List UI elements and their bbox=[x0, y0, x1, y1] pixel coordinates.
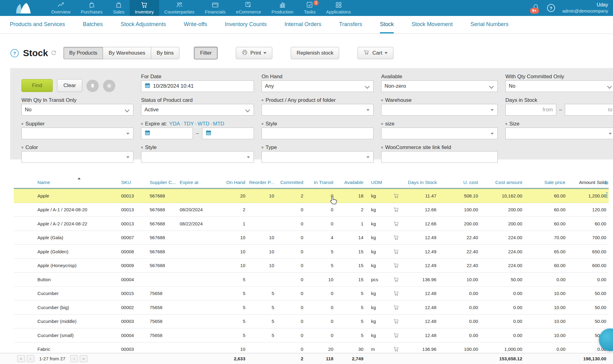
subnav-item-products-and-services[interactable]: Products and Services bbox=[10, 16, 65, 33]
column-header-uom[interactable]: UOM bbox=[365, 180, 385, 185]
column-header-saleprice[interactable]: Sale price bbox=[524, 180, 567, 185]
column-header-expire[interactable]: Expire at bbox=[172, 180, 212, 185]
prev-page-button[interactable]: ‹ bbox=[27, 355, 34, 362]
size-lower-combo[interactable] bbox=[381, 128, 498, 139]
color-combo[interactable] bbox=[21, 151, 133, 163]
column-header-reorder[interactable]: Reorder P... bbox=[247, 180, 276, 185]
table-row[interactable]: Apple0001356768820102018kg11.47508.1010,… bbox=[14, 189, 609, 203]
clear-button[interactable]: Clear bbox=[57, 79, 82, 92]
nav-item-purchases[interactable]: Purchases bbox=[76, 0, 108, 16]
row-cart-icon[interactable] bbox=[385, 206, 408, 213]
row-cart-icon[interactable] bbox=[385, 346, 408, 352]
row-cart-icon[interactable] bbox=[385, 276, 408, 283]
column-header-available[interactable]: Available bbox=[336, 180, 365, 185]
qty-transit-select[interactable]: No bbox=[21, 104, 133, 116]
woocommerce-input[interactable] bbox=[381, 151, 498, 163]
type-combo[interactable] bbox=[262, 151, 374, 163]
expire-link-tdy[interactable]: TDY bbox=[183, 121, 194, 127]
supplier-combo[interactable] bbox=[21, 128, 133, 139]
replenish-stock-button[interactable]: Replenish stock bbox=[291, 47, 339, 59]
nav-item-applications[interactable]: Applications bbox=[321, 0, 356, 16]
row-cart-icon[interactable] bbox=[385, 304, 408, 311]
expire-to-input[interactable] bbox=[202, 128, 254, 139]
column-header-days[interactable]: Days in Stock bbox=[408, 180, 439, 185]
days-from-input[interactable] bbox=[509, 104, 553, 115]
table-row[interactable]: Apple (Golden)0000856768810100515kg12.49… bbox=[14, 245, 609, 259]
cart-button[interactable]: Cart bbox=[358, 47, 393, 59]
column-header-amountsold[interactable]: Amount Sold bbox=[567, 180, 609, 185]
help-button[interactable]: ? bbox=[547, 4, 555, 12]
days-to-input[interactable] bbox=[568, 104, 612, 115]
table-row[interactable]: Apple (Honeycrisp)0000956768810100515kg1… bbox=[14, 259, 609, 273]
user-menu[interactable]: Uday admin@democompany bbox=[562, 2, 608, 14]
expire-link-wtd[interactable]: WTD bbox=[197, 121, 209, 127]
subnav-item-stock-movement[interactable]: Stock Movement bbox=[412, 16, 453, 33]
warehouse-combo[interactable] bbox=[381, 104, 498, 116]
expire-link-yda[interactable]: YDA bbox=[169, 121, 180, 127]
expire-link-mtd[interactable]: MTD bbox=[213, 121, 224, 127]
first-page-button[interactable]: « bbox=[17, 355, 25, 362]
column-header-costamt[interactable]: Cost amount bbox=[481, 180, 524, 185]
view-button-by-warehouses[interactable]: By Warehouses bbox=[103, 47, 151, 59]
row-cart-icon[interactable] bbox=[385, 234, 408, 241]
table-row[interactable]: Apple (Gala)0000756768810100414kg12.4922… bbox=[14, 231, 609, 245]
available-select[interactable]: Non-zero bbox=[381, 80, 498, 92]
size-upper-combo[interactable] bbox=[505, 128, 613, 139]
product-combo[interactable] bbox=[262, 104, 374, 116]
row-menu-icon[interactable] bbox=[606, 192, 607, 198]
row-cart-icon[interactable] bbox=[385, 318, 408, 324]
column-header-sku[interactable]: SKU bbox=[113, 180, 140, 185]
nav-item-tasks[interactable]: 3Tasks bbox=[299, 0, 321, 16]
table-row[interactable]: Cucumber000157565855005kg12.480.000.0010… bbox=[14, 287, 609, 301]
subnav-item-serial-numbers[interactable]: Serial Numbers bbox=[470, 16, 508, 33]
table-row[interactable]: Cucumber (small)000047565855005kg12.480.… bbox=[14, 328, 609, 343]
row-cart-icon[interactable] bbox=[385, 248, 408, 255]
for-date-input[interactable] bbox=[141, 80, 254, 92]
subnav-item-batches[interactable]: Batches bbox=[83, 16, 103, 33]
column-header-ucost[interactable]: U. cost bbox=[439, 180, 481, 185]
column-settings-gear-icon[interactable] bbox=[604, 180, 609, 187]
on-hand-select[interactable]: Any bbox=[262, 80, 374, 92]
view-button-by-products[interactable]: By Products bbox=[63, 47, 103, 59]
row-cart-icon[interactable] bbox=[385, 262, 408, 269]
row-cart-icon[interactable] bbox=[385, 290, 408, 297]
status-select[interactable]: Active bbox=[141, 104, 254, 116]
table-row[interactable]: Button00004501015pcs136.9610.0050.000.00… bbox=[14, 273, 609, 287]
nav-item-ecommerce[interactable]: eCommerce bbox=[231, 0, 266, 16]
style-input[interactable] bbox=[262, 128, 374, 139]
expire-to-value[interactable] bbox=[214, 128, 251, 139]
table-row[interactable]: Apple / A-2 / 2024-08-220001356768808/22… bbox=[14, 217, 609, 231]
table-row[interactable]: Cucumber (big)000027565855005kg12.480.00… bbox=[14, 301, 609, 315]
subnav-item-transfers[interactable]: Transfers bbox=[339, 16, 362, 33]
nav-item-counterparties[interactable]: Counterparties bbox=[159, 0, 200, 16]
for-date-value[interactable] bbox=[153, 81, 251, 92]
bookmark-icon[interactable] bbox=[86, 80, 99, 92]
find-button[interactable]: Find bbox=[21, 79, 53, 92]
row-cart-icon[interactable] bbox=[385, 220, 408, 227]
nav-item-sales[interactable]: Sales bbox=[108, 0, 130, 16]
row-cart-icon[interactable] bbox=[385, 332, 408, 339]
expire-from-value[interactable] bbox=[153, 128, 190, 139]
subnav-item-inventory-counts[interactable]: Inventory Counts bbox=[225, 16, 267, 33]
notifications-button[interactable]: 9+ bbox=[532, 3, 540, 13]
filter-settings-gear-icon[interactable] bbox=[103, 80, 115, 92]
column-header-committed[interactable]: Committed bbox=[276, 180, 305, 185]
table-row[interactable]: Cucumber (middle)000037565855005kg12.480… bbox=[14, 315, 609, 329]
next-page-button[interactable]: › bbox=[70, 355, 78, 362]
print-button[interactable]: Print bbox=[236, 47, 272, 59]
last-page-button[interactable]: » bbox=[80, 355, 87, 362]
nav-item-production[interactable]: Production bbox=[266, 0, 299, 16]
column-header-name[interactable]: Name bbox=[14, 180, 113, 185]
table-row[interactable]: Apple / A-1 / 2024-08-200001356768808/20… bbox=[14, 203, 609, 217]
view-button-by-bins[interactable]: By bins bbox=[151, 47, 180, 59]
qty-committed-select[interactable]: No bbox=[505, 80, 613, 92]
sort-asc-icon[interactable] bbox=[78, 178, 81, 179]
nav-item-inventory[interactable]: Inventory bbox=[130, 0, 159, 16]
row-cart-icon[interactable] bbox=[385, 193, 408, 199]
app-logo[interactable] bbox=[0, 0, 46, 16]
column-header-intransit[interactable]: In Transit bbox=[305, 180, 336, 185]
page-help-icon[interactable]: ? bbox=[10, 49, 19, 57]
subnav-item-internal-orders[interactable]: Internal Orders bbox=[285, 16, 321, 33]
column-header-onhand[interactable]: On Hand bbox=[212, 180, 247, 185]
filter-button[interactable]: Filter bbox=[194, 47, 217, 59]
